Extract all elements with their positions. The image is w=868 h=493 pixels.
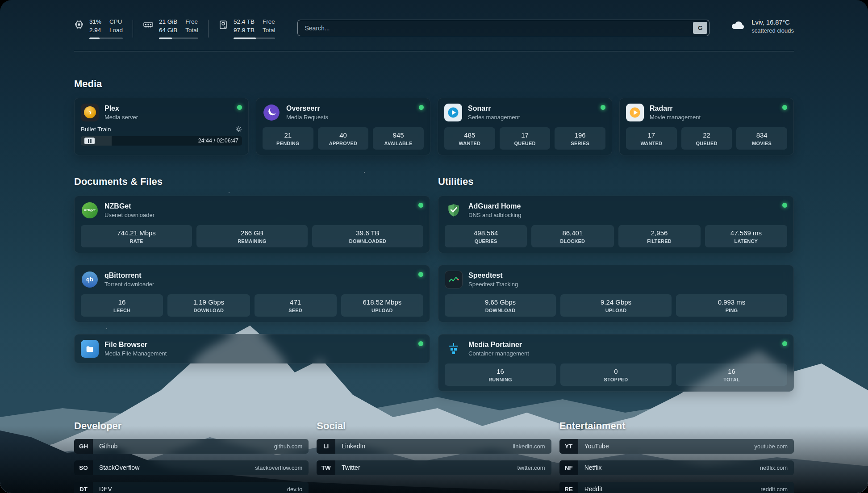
stat-label: PING [679,308,785,313]
app-subtitle: Speedtest Tracking [468,281,518,288]
card-radarr[interactable]: Radarr Movie management 17 WANTED 22 QUE… [619,98,794,155]
bookmark-reddit[interactable]: RE Reddit reddit.com [559,482,794,493]
stat-value: 196 [557,131,603,139]
status-dot [418,203,423,208]
disk-label-1: Free [263,18,275,26]
bookmark-github[interactable]: GH Github github.com [74,439,309,454]
utilities-column: Utilities AdGuard Home [438,176,794,392]
app-name: Speedtest [468,272,518,280]
card-plex[interactable]: › Plex Media server Bullet Train [74,98,249,155]
bookmark-netflix[interactable]: NF Netflix netflix.com [559,460,794,475]
stat-value: 471 [257,298,334,306]
status-dot [782,105,787,110]
app-name: qBittorrent [104,272,154,280]
stat-value: 16 [679,368,785,375]
disk-total-value: 97.9 TB [234,26,255,35]
stat-label: SERIES [557,141,603,146]
card-overseerr[interactable]: Overseerr Media Requests 21 PENDING 40 A… [256,98,430,155]
stat-label: STOPPED [563,377,669,382]
status-dot [782,203,787,208]
stat-label: WANTED [629,141,674,146]
stat-label: REMAINING [199,238,305,244]
overseerr-icon [263,104,280,121]
stat-stopped: 0 STOPPED [560,363,672,386]
card-nzbget[interactable]: nzbget NZBGet Usenet downloader 744.21 M… [74,196,430,253]
search-box: G [297,20,709,36]
search-input[interactable] [297,20,709,36]
stat-download: 1.19 Gbps DOWNLOAD [167,294,250,317]
settings-gear-icon[interactable] [235,126,242,133]
stat-filtered: 2,956 FILTERED [618,225,701,247]
bookmark-twitter[interactable]: TW Twitter twitter.com [317,460,551,475]
pause-icon[interactable] [84,138,95,144]
stat-value: 22 [684,131,730,139]
cloud-icon [730,20,746,33]
weather-location: Lviv, 16.87°C [751,19,794,26]
section-title-documents: Documents & Files [74,176,430,188]
header-divider [74,51,794,51]
now-playing-title: Bullet Train [81,126,111,133]
bookmark-url: reddit.com [760,486,788,493]
top-bar: 31% 2.94 CPU Load [74,0,794,39]
stat-value: 9.65 Gbps [447,298,553,306]
stat-label: LEECH [83,308,160,313]
card-sonarr[interactable]: Sonarr Series management 485 WANTED 17 Q… [438,98,612,155]
stat-seed: 471 SEED [255,294,337,317]
stat-queued: 22 QUEUED [681,127,732,150]
app-name: Sonarr [468,104,520,113]
weather-widget: Lviv, 16.87°C scattered clouds [730,19,794,34]
portainer-icon [445,340,463,358]
bookmark-abbr: TW [317,460,335,475]
bookmark-abbr: DT [74,482,93,493]
app-name: Media Portainer [468,341,529,349]
card-qbittorrent[interactable]: qb qBittorrent Torrent downloader 16 LEE… [74,265,430,322]
status-dot [419,105,424,110]
memory-free-value: 21 GiB [159,18,177,26]
card-adguard[interactable]: AdGuard Home DNS and adblocking 498,564 … [438,196,794,253]
bookmark-name: StackOverflow [99,464,139,471]
stat-approved: 40 APPROVED [318,127,369,150]
stat-value: 0 [563,368,669,375]
bookmark-linkedin[interactable]: LI LinkedIn linkedin.com [317,439,551,454]
stat-label: APPROVED [321,141,366,146]
app-subtitle: Media Requests [286,114,328,121]
stat-label: RUNNING [447,377,553,382]
bookmark-url: netflix.com [760,464,788,471]
bookmark-name: DEV [99,485,112,493]
bookmark-abbr: GH [74,439,93,454]
plex-icon: › [81,104,99,121]
section-title-social: Social [317,420,551,432]
card-portainer[interactable]: Media Portainer Container management 16 … [438,334,794,392]
bookmark-abbr: LI [317,439,335,454]
developer-column: Developer GH Github github.com SO StackO… [74,420,309,493]
bookmark-name: LinkedIn [342,443,365,450]
stat-pending: 21 PENDING [263,127,313,150]
bookmark-youtube[interactable]: YT YouTube youtube.com [559,439,794,454]
adguard-icon [445,201,463,219]
qbittorrent-icon: qb [81,271,99,288]
card-speedtest[interactable]: Speedtest Speedtest Tracking 9.65 Gbps D… [438,265,794,322]
search-engine-button[interactable]: G [693,22,707,34]
dashboard-screen: 31% 2.94 CPU Load [0,0,868,493]
bookmark-url: youtube.com [755,443,788,450]
stat-value: 834 [739,131,785,139]
playback-progress-bar[interactable]: 24:44 / 02:06:47 [81,136,242,146]
app-subtitle: Media File Management [104,350,167,357]
app-name: Overseerr [286,104,328,113]
status-dot [601,105,605,110]
stat-available: 945 AVAILABLE [373,127,424,150]
bookmark-dev[interactable]: DT DEV dev.to [74,482,309,493]
bookmark-stackoverflow[interactable]: SO StackOverflow stackoverflow.com [74,460,309,475]
stat-ping: 0.993 ms PING [676,294,787,317]
documents-column: Documents & Files nzbget NZBGet Usenet d… [74,176,430,363]
app-subtitle: Series management [468,114,520,121]
stat-label: LATENCY [708,238,785,244]
bookmark-url: dev.to [287,486,302,493]
card-filebrowser[interactable]: File Browser Media File Management [74,334,430,363]
bookmark-name: Twitter [342,464,360,471]
app-name: NZBGet [104,202,154,210]
stat-label: RATE [83,238,189,244]
app-subtitle: Usenet downloader [104,212,154,218]
stat-label: QUEUED [684,141,730,146]
bookmark-url: github.com [274,443,303,450]
